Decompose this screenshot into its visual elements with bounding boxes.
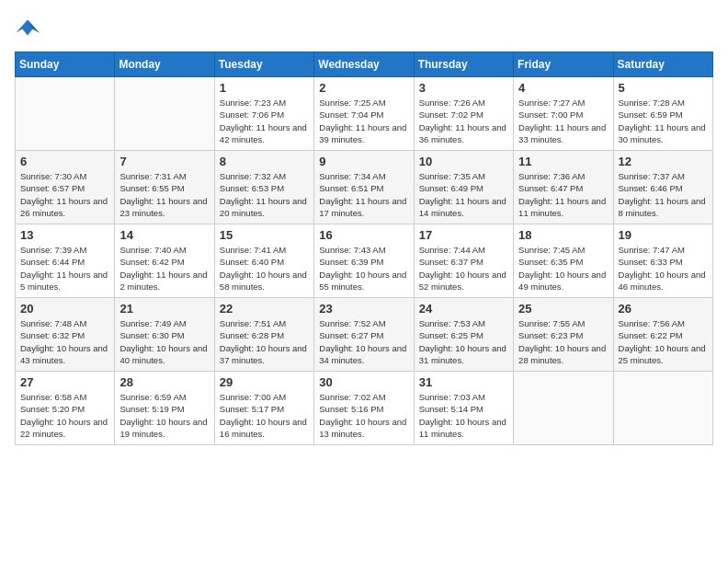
day-info: Sunrise: 7:55 AM Sunset: 6:23 PM Dayligh…: [518, 317, 608, 366]
day-info: Sunrise: 7:52 AM Sunset: 6:27 PM Dayligh…: [319, 317, 408, 366]
day-info: Sunrise: 7:30 AM Sunset: 6:57 PM Dayligh…: [20, 170, 109, 219]
calendar-cell: 23Sunrise: 7:52 AM Sunset: 6:27 PM Dayli…: [314, 298, 414, 372]
day-info: Sunrise: 7:32 AM Sunset: 6:53 PM Dayligh…: [220, 170, 309, 219]
calendar-cell: 21Sunrise: 7:49 AM Sunset: 6:30 PM Dayli…: [115, 298, 214, 372]
day-info: Sunrise: 7:45 AM Sunset: 6:35 PM Dayligh…: [518, 244, 608, 293]
day-number: 22: [220, 302, 309, 316]
calendar-week-3: 13Sunrise: 7:39 AM Sunset: 6:44 PM Dayli…: [16, 224, 713, 298]
day-number: 19: [619, 228, 708, 242]
calendar-cell: 30Sunrise: 7:02 AM Sunset: 5:16 PM Dayli…: [314, 372, 414, 445]
day-header-monday: Monday: [115, 52, 214, 77]
day-info: Sunrise: 7:26 AM Sunset: 7:02 PM Dayligh…: [419, 97, 508, 145]
calendar-header: SundayMondayTuesdayWednesdayThursdayFrid…: [16, 52, 713, 77]
day-number: 31: [419, 375, 508, 389]
calendar-cell: 5Sunrise: 7:28 AM Sunset: 6:59 PM Daylig…: [613, 77, 712, 151]
day-number: 30: [319, 375, 408, 389]
calendar-cell: [115, 77, 214, 151]
day-number: 4: [518, 81, 608, 95]
calendar-cell: 26Sunrise: 7:56 AM Sunset: 6:22 PM Dayli…: [613, 298, 712, 372]
calendar-week-2: 6Sunrise: 7:30 AM Sunset: 6:57 PM Daylig…: [16, 151, 713, 224]
calendar-cell: [16, 77, 115, 151]
calendar-cell: 17Sunrise: 7:44 AM Sunset: 6:37 PM Dayli…: [414, 224, 513, 298]
day-info: Sunrise: 7:43 AM Sunset: 6:39 PM Dayligh…: [319, 244, 408, 293]
day-number: 28: [119, 375, 209, 389]
day-info: Sunrise: 7:36 AM Sunset: 6:47 PM Dayligh…: [518, 170, 608, 219]
day-number: 24: [419, 302, 508, 316]
calendar-cell: 1Sunrise: 7:23 AM Sunset: 7:06 PM Daylig…: [214, 77, 313, 151]
calendar-cell: 2Sunrise: 7:25 AM Sunset: 7:04 PM Daylig…: [314, 77, 414, 151]
calendar-cell: 22Sunrise: 7:51 AM Sunset: 6:28 PM Dayli…: [214, 298, 313, 372]
day-number: 8: [220, 155, 309, 168]
day-info: Sunrise: 7:44 AM Sunset: 6:37 PM Dayligh…: [419, 244, 508, 293]
day-number: 3: [419, 81, 508, 95]
calendar-cell: 7Sunrise: 7:31 AM Sunset: 6:55 PM Daylig…: [115, 151, 214, 224]
day-header-wednesday: Wednesday: [314, 52, 414, 77]
day-number: 26: [619, 302, 708, 316]
calendar-cell: 4Sunrise: 7:27 AM Sunset: 7:00 PM Daylig…: [514, 77, 613, 151]
day-info: Sunrise: 7:23 AM Sunset: 7:06 PM Dayligh…: [220, 97, 309, 145]
calendar-cell: [514, 372, 613, 445]
day-info: Sunrise: 7:03 AM Sunset: 5:14 PM Dayligh…: [419, 391, 508, 440]
day-number: 12: [619, 155, 708, 168]
day-number: 5: [619, 81, 708, 95]
calendar-cell: 31Sunrise: 7:03 AM Sunset: 5:14 PM Dayli…: [414, 372, 513, 445]
calendar-cell: 15Sunrise: 7:41 AM Sunset: 6:40 PM Dayli…: [214, 224, 313, 298]
day-info: Sunrise: 7:02 AM Sunset: 5:16 PM Dayligh…: [319, 391, 408, 440]
day-number: 18: [518, 228, 608, 242]
day-header-sunday: Sunday: [16, 52, 115, 77]
day-info: Sunrise: 7:48 AM Sunset: 6:32 PM Dayligh…: [20, 317, 109, 366]
day-number: 20: [20, 302, 109, 316]
day-header-tuesday: Tuesday: [214, 52, 313, 77]
day-info: Sunrise: 6:59 AM Sunset: 5:19 PM Dayligh…: [119, 391, 209, 440]
day-header-thursday: Thursday: [414, 52, 513, 77]
day-number: 14: [119, 228, 209, 242]
day-info: Sunrise: 7:49 AM Sunset: 6:30 PM Dayligh…: [119, 317, 209, 366]
calendar-week-1: 1Sunrise: 7:23 AM Sunset: 7:06 PM Daylig…: [16, 77, 713, 151]
calendar-body: 1Sunrise: 7:23 AM Sunset: 7:06 PM Daylig…: [16, 77, 713, 445]
calendar-cell: 6Sunrise: 7:30 AM Sunset: 6:57 PM Daylig…: [16, 151, 115, 224]
calendar-cell: 3Sunrise: 7:26 AM Sunset: 7:02 PM Daylig…: [414, 77, 513, 151]
day-number: 10: [419, 155, 508, 168]
calendar-cell: 12Sunrise: 7:37 AM Sunset: 6:46 PM Dayli…: [613, 151, 712, 224]
day-number: 16: [319, 228, 408, 242]
day-info: Sunrise: 7:27 AM Sunset: 7:00 PM Dayligh…: [518, 97, 608, 145]
day-info: Sunrise: 7:25 AM Sunset: 7:04 PM Dayligh…: [319, 97, 408, 145]
logo-icon: [15, 15, 40, 40]
day-info: Sunrise: 7:37 AM Sunset: 6:46 PM Dayligh…: [619, 170, 708, 219]
calendar-table: SundayMondayTuesdayWednesdayThursdayFrid…: [15, 52, 713, 445]
day-number: 27: [20, 375, 109, 389]
calendar-cell: [613, 372, 712, 445]
day-number: 9: [319, 155, 408, 168]
logo: [15, 15, 44, 40]
calendar-week-5: 27Sunrise: 6:58 AM Sunset: 5:20 PM Dayli…: [16, 372, 713, 445]
day-number: 2: [319, 81, 408, 95]
calendar-cell: 20Sunrise: 7:48 AM Sunset: 6:32 PM Dayli…: [16, 298, 115, 372]
day-number: 1: [220, 81, 309, 95]
day-info: Sunrise: 7:47 AM Sunset: 6:33 PM Dayligh…: [619, 244, 708, 293]
day-number: 29: [220, 375, 309, 389]
day-info: Sunrise: 7:56 AM Sunset: 6:22 PM Dayligh…: [619, 317, 708, 366]
calendar-cell: 29Sunrise: 7:00 AM Sunset: 5:17 PM Dayli…: [214, 372, 313, 445]
day-number: 11: [518, 155, 608, 168]
day-number: 6: [20, 155, 109, 168]
calendar-cell: 28Sunrise: 6:59 AM Sunset: 5:19 PM Dayli…: [115, 372, 214, 445]
day-info: Sunrise: 7:31 AM Sunset: 6:55 PM Dayligh…: [119, 170, 209, 219]
day-info: Sunrise: 7:40 AM Sunset: 6:42 PM Dayligh…: [119, 244, 209, 293]
day-number: 13: [20, 228, 109, 242]
calendar-cell: 10Sunrise: 7:35 AM Sunset: 6:49 PM Dayli…: [414, 151, 513, 224]
calendar-cell: 18Sunrise: 7:45 AM Sunset: 6:35 PM Dayli…: [514, 224, 613, 298]
page-header: [15, 15, 713, 40]
day-number: 17: [419, 228, 508, 242]
calendar-cell: 19Sunrise: 7:47 AM Sunset: 6:33 PM Dayli…: [613, 224, 712, 298]
calendar-cell: 16Sunrise: 7:43 AM Sunset: 6:39 PM Dayli…: [314, 224, 414, 298]
calendar-week-4: 20Sunrise: 7:48 AM Sunset: 6:32 PM Dayli…: [16, 298, 713, 372]
calendar-cell: 13Sunrise: 7:39 AM Sunset: 6:44 PM Dayli…: [16, 224, 115, 298]
day-header-friday: Friday: [514, 52, 613, 77]
day-info: Sunrise: 6:58 AM Sunset: 5:20 PM Dayligh…: [20, 391, 109, 440]
day-info: Sunrise: 7:51 AM Sunset: 6:28 PM Dayligh…: [220, 317, 309, 366]
day-info: Sunrise: 7:28 AM Sunset: 6:59 PM Dayligh…: [619, 97, 708, 145]
calendar-cell: 9Sunrise: 7:34 AM Sunset: 6:51 PM Daylig…: [314, 151, 414, 224]
svg-marker-0: [16, 20, 39, 36]
day-info: Sunrise: 7:41 AM Sunset: 6:40 PM Dayligh…: [220, 244, 309, 293]
day-info: Sunrise: 7:00 AM Sunset: 5:17 PM Dayligh…: [220, 391, 309, 440]
